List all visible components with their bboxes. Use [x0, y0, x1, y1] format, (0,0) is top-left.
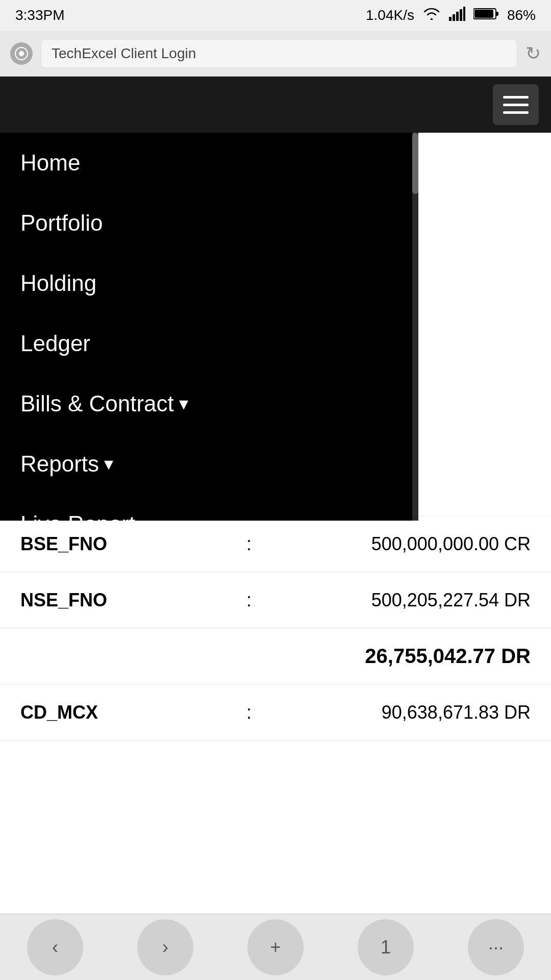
url-text: TechExcel Client Login — [52, 45, 196, 62]
sidebar-item-home[interactable]: Home — [0, 133, 418, 193]
refresh-button[interactable]: ↻ — [525, 43, 541, 64]
reports-arrow-icon: ▾ — [104, 453, 113, 475]
sidebar-item-bills-contract[interactable]: Bills & Contract ▾ — [0, 374, 418, 434]
svg-rect-4 — [463, 7, 465, 21]
svg-rect-2 — [456, 12, 459, 21]
cd-mcx-colon: : — [233, 702, 265, 723]
browser-bar: TechExcel Client Login ↻ — [0, 31, 551, 77]
status-bar: 3:33PM 1.04K/s 86% — [0, 0, 551, 31]
page-button[interactable]: 1 — [358, 919, 414, 975]
svg-rect-6 — [496, 12, 498, 16]
bse-fno-label: BSE_FNO — [20, 533, 233, 555]
svg-rect-0 — [449, 17, 452, 21]
bse-fno-colon: : — [233, 533, 265, 555]
svg-point-9 — [19, 51, 24, 56]
table-row-subtotal: 26,755,042.77 DR — [0, 628, 551, 684]
back-button[interactable]: ‹ — [27, 919, 83, 975]
sidebar-item-ledger[interactable]: Ledger — [0, 313, 418, 374]
hamburger-line-2 — [503, 104, 529, 106]
signal-icon — [449, 7, 465, 24]
hamburger-button[interactable] — [493, 84, 539, 125]
nse-fno-label: NSE_FNO — [20, 590, 233, 611]
app-header — [0, 77, 551, 133]
table-row: CD_MCX : 90,638,671.83 DR — [0, 684, 551, 741]
subtotal-value: 26,755,042.77 DR — [365, 645, 531, 668]
browser-icon — [10, 42, 33, 65]
status-time: 3:33PM — [15, 7, 65, 23]
nse-fno-colon: : — [233, 590, 265, 611]
bottom-nav: ‹ › + 1 ··· — [0, 914, 551, 980]
table-row: BSE_FNO : 500,000,000.00 CR — [0, 516, 551, 572]
svg-rect-3 — [460, 9, 462, 21]
browser-url-bar[interactable]: TechExcel Client Login — [41, 39, 517, 68]
table-row: NSE_FNO : 500,205,227.54 DR — [0, 572, 551, 628]
scrollbar-thumb[interactable] — [412, 133, 418, 194]
nse-fno-value: 500,205,227.54 DR — [265, 590, 531, 611]
add-button[interactable]: + — [247, 919, 304, 975]
hamburger-line-3 — [503, 111, 529, 114]
cd-mcx-label: CD_MCX — [20, 702, 233, 723]
forward-button[interactable]: › — [137, 919, 193, 975]
battery-icon — [473, 7, 499, 24]
network-speed: 1.04K/s — [366, 7, 414, 23]
bills-contract-arrow-icon: ▾ — [179, 393, 188, 414]
wifi-icon — [422, 7, 441, 24]
hamburger-line-1 — [503, 96, 529, 99]
table-area: BSE_FNO : 500,000,000.00 CR NSE_FNO : 50… — [0, 516, 551, 741]
side-menu: Home Portfolio Holding Ledger Bills & Co… — [0, 133, 418, 521]
svg-rect-7 — [474, 10, 493, 18]
live-report-arrow-icon: ▾ — [140, 513, 149, 521]
scrollbar-track[interactable] — [412, 133, 418, 521]
sidebar-item-portfolio[interactable]: Portfolio — [0, 193, 418, 253]
sidebar-item-live-report[interactable]: Live Report ▾ — [0, 494, 418, 521]
status-right: 1.04K/s 86% — [366, 7, 536, 24]
sidebar-item-holding[interactable]: Holding — [0, 253, 418, 313]
bse-fno-value: 500,000,000.00 CR — [265, 533, 531, 555]
more-button[interactable]: ··· — [468, 919, 524, 975]
cd-mcx-value: 90,638,671.83 DR — [265, 702, 531, 723]
svg-rect-1 — [453, 14, 455, 21]
battery-percent: 86% — [507, 7, 536, 23]
sidebar-item-reports[interactable]: Reports ▾ — [0, 434, 418, 494]
